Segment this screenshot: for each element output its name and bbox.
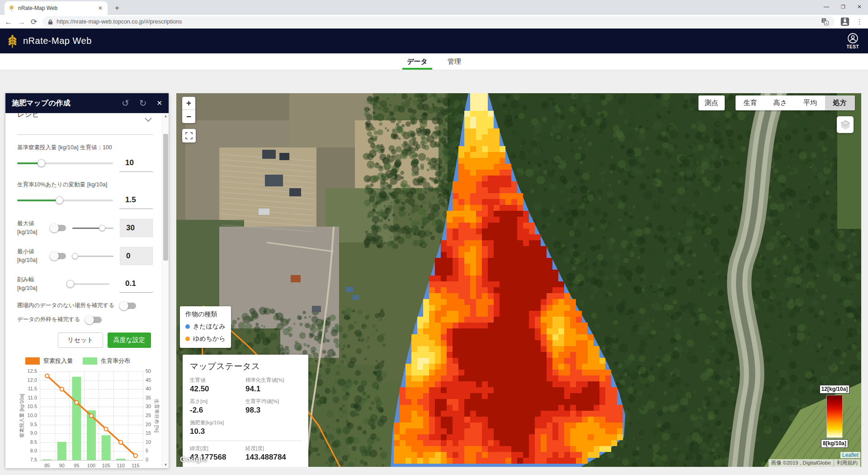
variation-value[interactable]: 1.5: [119, 191, 153, 209]
svg-text:A: A: [826, 22, 828, 25]
map-status-panel: マップステータス 生育値42.50標準化生育値[%]94.1高さ[m]-2.6生…: [183, 355, 308, 467]
tab-admin[interactable]: 管理: [447, 53, 462, 70]
map-mode-bar: 測点 生育高さ平均処方: [698, 95, 855, 110]
google-logo: Google: [180, 455, 208, 464]
new-tab-button[interactable]: +: [111, 2, 123, 14]
back-button[interactable]: ←: [5, 18, 12, 26]
crop-item-kitahonami: きたほなみ: [185, 323, 226, 331]
window-minimize-button[interactable]: —: [824, 4, 829, 10]
colorbar-max-label: 12[kg/10a]: [820, 385, 850, 394]
content-area: + − 測点 生育高さ平均処方 作物の種類: [0, 70, 868, 475]
max-label: 最大値[kg/10a]: [17, 219, 45, 237]
user-menu[interactable]: TEST: [846, 33, 859, 49]
mode-average-button[interactable]: 平均: [795, 95, 825, 110]
redo-icon[interactable]: ↻: [139, 99, 147, 108]
window-close-button[interactable]: ✕: [857, 4, 862, 10]
fullscreen-button[interactable]: [182, 129, 196, 142]
browser-tab-strip: nRate-Map Web ✕ + — ❐ ✕: [0, 0, 868, 15]
fullscreen-icon: [185, 132, 193, 139]
base-nitrogen-slider[interactable]: [17, 162, 113, 164]
leaflet-link[interactable]: Leaflet: [840, 452, 860, 458]
max-value: 30: [120, 219, 153, 237]
scrollbar-thumb[interactable]: [163, 134, 168, 261]
undo-icon[interactable]: ↺: [122, 99, 129, 108]
chart-legend: 窒素投入量 生育率分布: [25, 357, 153, 365]
terms-link[interactable]: 利用規約: [834, 459, 860, 467]
status-value: 143.488784: [245, 453, 301, 462]
scroll-up-icon[interactable]: ▲: [162, 113, 169, 119]
reload-button[interactable]: ⟳: [31, 18, 37, 26]
mode-growth-button[interactable]: 生育: [736, 95, 765, 110]
app-title: nRate-Map Web: [23, 36, 92, 46]
menu-dots-icon[interactable]: ⋮: [856, 18, 863, 26]
recipe-label: レシピ: [17, 113, 39, 119]
reset-button[interactable]: リセット: [58, 332, 103, 348]
wheat-logo-icon: [6, 34, 19, 48]
zoom-in-button[interactable]: +: [182, 97, 195, 110]
min-label: 最小値[kg/10a]: [17, 247, 45, 265]
panel-scrollbar[interactable]: ▲ ▼: [162, 113, 169, 468]
mode-survey-points-button[interactable]: 測点: [698, 95, 725, 110]
tab-title: nRate-Map Web: [18, 5, 94, 11]
colorbar-min-label: 8[kg/10a]: [821, 439, 848, 448]
panel-header: 施肥マップの作成 ↺ ↻ ✕: [5, 93, 169, 113]
distribution-legend-label: 生育率分布: [101, 357, 130, 365]
status-label: 標準化生育値[%]: [245, 377, 301, 384]
map-status-title: マップステータス: [190, 361, 301, 372]
status-row: 高さ[m]-2.6生育平均値[%]98.3: [190, 398, 301, 415]
fill-inside-toggle[interactable]: [121, 303, 136, 309]
zoom-out-button[interactable]: −: [182, 110, 195, 123]
step-slider[interactable]: [67, 283, 109, 285]
status-label: 経度[度]: [245, 445, 301, 452]
scroll-down-icon[interactable]: ▼: [162, 462, 169, 468]
address-bar[interactable]: https://nrate-map-web.topcon.co.jp/#/pre…: [42, 16, 835, 27]
status-value: -2.6: [190, 406, 245, 415]
recipe-accordion[interactable]: レシピ: [17, 113, 153, 135]
nitrogen-legend-swatch: [25, 357, 40, 365]
status-label: 施肥量[kg/10a]: [190, 419, 245, 426]
crop-item-label: きたほなみ: [193, 323, 226, 331]
browser-actions: ⋮: [840, 17, 863, 27]
variation-slider[interactable]: [17, 200, 113, 201]
nitrogen-legend-label: 窒素投入量: [43, 357, 73, 365]
status-cell: 生育値42.50: [190, 377, 245, 394]
layers-button[interactable]: [837, 116, 854, 133]
profile-icon[interactable]: [840, 17, 850, 27]
forward-button[interactable]: →: [18, 18, 25, 26]
main-nav: データ管理: [0, 53, 868, 70]
step-value[interactable]: 0.1: [119, 275, 153, 293]
fill-outline-toggle[interactable]: [86, 317, 102, 323]
url-text: https://nrate-map-web.topcon.co.jp/#/pre…: [57, 19, 817, 25]
advanced-settings-button[interactable]: 高度な設定: [108, 332, 151, 348]
status-label: 生育平均値[%]: [245, 398, 301, 405]
status-value: 98.3: [245, 406, 301, 415]
chevron-down-icon: [145, 118, 152, 122]
tab-close-icon[interactable]: ✕: [97, 5, 104, 11]
panel-close-icon[interactable]: ✕: [156, 99, 162, 107]
translate-icon[interactable]: 文 A: [821, 18, 829, 26]
base-nitrogen-value[interactable]: 10: [119, 154, 153, 172]
crop-legend-title: 作物の種類: [185, 310, 226, 318]
mode-prescription-button[interactable]: 処方: [825, 95, 855, 110]
variation-label: 生育率10%あたりの変動量 [kg/10a]: [17, 181, 153, 189]
rate-colorbar: 12[kg/10a] 8[kg/10a]: [815, 385, 854, 448]
max-toggle[interactable]: [51, 225, 66, 231]
min-value: 0: [120, 247, 153, 265]
window-maximize-button[interactable]: ❐: [841, 4, 845, 10]
map-viewport[interactable]: + − 測点 生育高さ平均処方 作物の種類: [176, 93, 861, 467]
browser-tab[interactable]: nRate-Map Web ✕: [5, 1, 108, 15]
status-value: 94.1: [245, 385, 301, 394]
crop-item-yumechikara: ゆめちから: [185, 335, 226, 343]
panel-body: レシピ 基準窒素投入量 [kg/10a] 生育値：100 10 生育率10%あた…: [5, 113, 169, 468]
max-slider[interactable]: [72, 228, 113, 229]
min-toggle[interactable]: [51, 253, 66, 259]
tab-data[interactable]: データ: [406, 53, 429, 70]
wheat-favicon: [8, 5, 15, 12]
mode-height-button[interactable]: 高さ: [765, 95, 795, 110]
min-slider[interactable]: [72, 256, 113, 257]
status-row: 施肥量[kg/10a]10.3: [190, 419, 301, 436]
status-label: 高さ[m]: [190, 398, 245, 405]
status-value: 42.50: [190, 385, 245, 394]
status-label: 緯度[度]: [190, 445, 245, 452]
browser-toolbar: ← → ⟳ https://nrate-map-web.topcon.co.jp…: [0, 15, 868, 28]
